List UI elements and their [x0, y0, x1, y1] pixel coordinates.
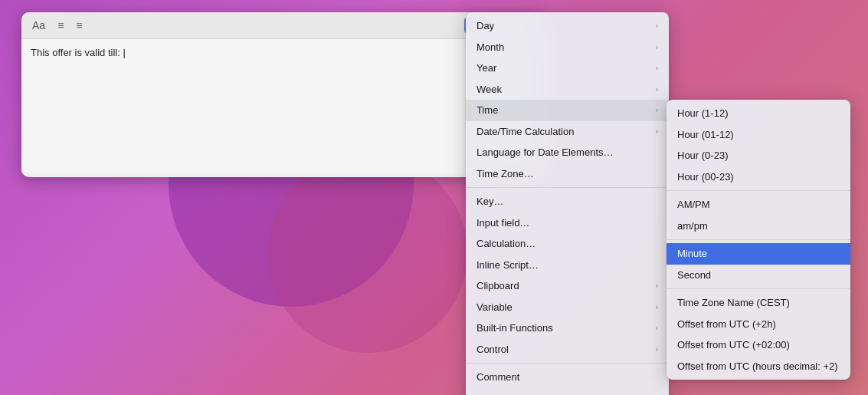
submenu-item-offset-decimal[interactable]: Offset from UTC (hours decimal: +2): [667, 356, 850, 377]
bg-decoration-2: [268, 153, 467, 353]
menu-item-literal-braces-label: Literal Braces { and }: [477, 391, 569, 396]
menu-arrow-control: ›: [656, 344, 658, 355]
menu-item-week[interactable]: Week ›: [466, 79, 669, 100]
align-right-button[interactable]: ≡: [73, 18, 85, 33]
submenu-item-hour-1-12-label: Hour (1-12): [677, 106, 728, 121]
editor-window: Aa ≡ ≡ {…} 📄 ¶ This offer is valid till:…: [21, 12, 542, 177]
menu-item-comment-label: Comment: [477, 370, 519, 385]
submenu-item-offset-0200-label: Offset from UTC (+02:00): [677, 337, 790, 353]
align-left-button[interactable]: ≡: [54, 18, 67, 33]
editor-toolbar: Aa ≡ ≡ {…} 📄 ¶: [21, 12, 542, 39]
submenu-item-ampm-upper[interactable]: AM/PM: [667, 194, 850, 216]
submenu-item-ampm-upper-label: AM/PM: [677, 197, 710, 212]
submenu-item-hour-00-23[interactable]: Hour (00-23): [667, 166, 850, 188]
submenu-item-ampm-lower[interactable]: am/pm: [667, 216, 850, 237]
menu-arrow-clipboard: ›: [656, 280, 658, 291]
font-button[interactable]: Aa: [29, 18, 48, 33]
submenu-item-minute[interactable]: Minute: [667, 243, 850, 265]
menu-arrow-day: ›: [656, 20, 658, 31]
menu-item-language-label: Language for Date Elements…: [477, 145, 614, 160]
menu-item-control[interactable]: Control ›: [466, 339, 669, 360]
menu-item-input-field-label: Input field…: [477, 216, 529, 231]
submenu-item-offset-0200[interactable]: Offset from UTC (+02:00): [667, 334, 850, 356]
menu-arrow-month: ›: [656, 41, 658, 53]
menu-item-datetime-calc-label: Date/Time Calculation: [477, 124, 574, 140]
menu-item-key[interactable]: Key…: [466, 191, 669, 212]
primary-menu: Day › Month › Year › Week › Time › Date/…: [466, 12, 669, 395]
menu-item-timezone[interactable]: Time Zone…: [466, 163, 669, 185]
menu-item-builtin-functions-label: Built-in Functions: [477, 321, 553, 336]
menu-item-variable[interactable]: Variable ›: [466, 297, 669, 318]
editor-text: This offer is valid till: |: [31, 47, 126, 58]
menu-item-year[interactable]: Year ›: [466, 58, 669, 79]
submenu-item-offset-2h-label: Offset from UTC (+2h): [677, 317, 776, 332]
menu-item-time-label: Time: [477, 103, 498, 118]
menu-arrow-variable: ›: [656, 301, 658, 313]
submenu-separator-2: [667, 239, 850, 240]
submenu-item-hour-0-23[interactable]: Hour (0-23): [667, 145, 850, 166]
menu-item-control-label: Control: [477, 342, 509, 357]
submenu-item-second[interactable]: Second: [667, 265, 850, 286]
menu-item-datetime-calc[interactable]: Date/Time Calculation ›: [466, 121, 669, 143]
editor-content[interactable]: This offer is valid till: |: [21, 39, 542, 173]
submenu-item-hour-01-12-label: Hour (01-12): [677, 127, 734, 143]
submenu-separator-3: [667, 288, 850, 289]
menu-item-day-label: Day: [477, 18, 494, 34]
menu-item-builtin-functions[interactable]: Built-in Functions ›: [466, 318, 669, 339]
submenu-item-offset-decimal-label: Offset from UTC (hours decimal: +2): [677, 359, 838, 374]
menu-item-time[interactable]: Time ›: [466, 100, 669, 121]
submenu-item-minute-label: Minute: [677, 246, 707, 262]
menu-arrow-time: ›: [656, 104, 658, 116]
submenu-item-hour-0-23-label: Hour (0-23): [677, 148, 728, 163]
menu-item-calculation-label: Calculation…: [477, 236, 536, 252]
submenu-item-tz-name[interactable]: Time Zone Name (CEST): [667, 292, 850, 314]
menu-arrow-datetime-calc: ›: [656, 126, 658, 137]
menu-item-timezone-label: Time Zone…: [477, 166, 534, 182]
menu-item-key-label: Key…: [477, 194, 503, 209]
menu-arrow-week: ›: [656, 84, 658, 95]
menu-item-week-label: Week: [477, 82, 502, 97]
menu-arrow-year: ›: [656, 62, 658, 74]
menu-item-month[interactable]: Month ›: [466, 37, 669, 58]
submenu-separator-1: [667, 190, 850, 191]
time-submenu: Hour (1-12) Hour (01-12) Hour (0-23) Hou…: [667, 100, 850, 380]
menu-arrow-builtin-functions: ›: [656, 322, 658, 334]
menu-item-month-label: Month: [477, 40, 504, 55]
submenu-item-hour-1-12[interactable]: Hour (1-12): [667, 103, 850, 124]
menu-item-clipboard-label: Clipboard: [477, 278, 519, 294]
menu-item-inline-script[interactable]: Inline Script…: [466, 255, 669, 276]
menu-item-clipboard[interactable]: Clipboard ›: [466, 275, 669, 297]
menu-item-variable-label: Variable: [477, 300, 513, 315]
menu-item-input-field[interactable]: Input field…: [466, 212, 669, 234]
submenu-item-ampm-lower-label: am/pm: [677, 219, 708, 234]
submenu-item-second-label: Second: [677, 268, 711, 283]
separator-2: [466, 363, 669, 364]
submenu-item-tz-name-label: Time Zone Name (CEST): [677, 295, 790, 311]
submenu-item-hour-01-12[interactable]: Hour (01-12): [667, 124, 850, 146]
menu-item-calculation[interactable]: Calculation…: [466, 233, 669, 255]
separator-1: [466, 187, 669, 188]
menu-item-inline-script-label: Inline Script…: [477, 258, 539, 273]
menu-item-year-label: Year: [477, 61, 496, 76]
menu-item-literal-braces[interactable]: Literal Braces { and }: [466, 388, 669, 396]
menu-item-day[interactable]: Day ›: [466, 15, 669, 37]
submenu-item-hour-00-23-label: Hour (00-23): [677, 170, 734, 185]
menu-item-language[interactable]: Language for Date Elements…: [466, 142, 669, 163]
menu-item-comment[interactable]: Comment: [466, 367, 669, 388]
submenu-item-offset-2h[interactable]: Offset from UTC (+2h): [667, 314, 850, 335]
